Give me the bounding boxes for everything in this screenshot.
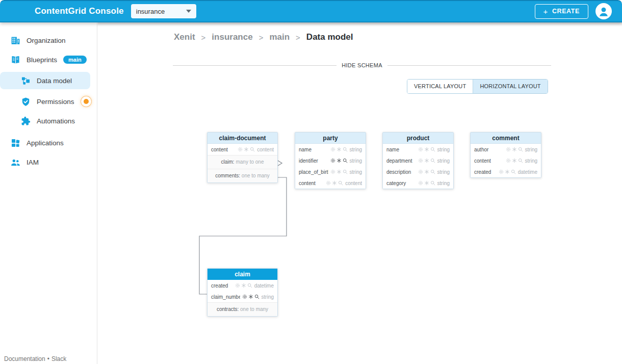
attribute-flags: [506, 158, 523, 163]
fingerprint-icon: [330, 158, 335, 163]
attribute-flags: [418, 180, 435, 186]
sidebar: OrganizationBlueprintsmainData modelPerm…: [0, 22, 97, 364]
fingerprint-icon: [506, 147, 511, 152]
sidebar-item-blueprints[interactable]: Blueprintsmain: [0, 50, 97, 69]
search-icon: [518, 158, 523, 163]
sidebar-item-label: Data model: [37, 77, 72, 85]
fingerprint-icon: [238, 147, 243, 152]
sidebar-item-iam[interactable]: IAM: [0, 152, 97, 172]
attribute-type: string: [437, 180, 450, 186]
sidebar-item-label: Permissions: [37, 98, 74, 106]
sidebar-item-automations[interactable]: Automations: [0, 111, 97, 131]
attribute-row[interactable]: createddatetime: [208, 280, 277, 291]
fingerprint-icon: [330, 147, 335, 152]
search-icon: [247, 283, 252, 288]
attribute-flags: [238, 147, 255, 152]
attribute-name: description: [386, 169, 416, 175]
attribute-name: content: [211, 147, 236, 152]
entity-name[interactable]: party: [295, 133, 366, 144]
sidebar-footer: Documentation•Slack: [4, 355, 66, 362]
attribute-row[interactable]: place_of_birthstring: [295, 166, 366, 177]
entity-name[interactable]: claim-document: [208, 133, 277, 144]
search-icon: [343, 169, 348, 174]
attribute-row[interactable]: contentstring: [471, 155, 541, 166]
relation-connector: [98, 22, 622, 364]
branch-badge: main: [63, 56, 87, 64]
footer-link-documentation[interactable]: Documentation: [4, 355, 45, 362]
search-icon: [250, 147, 255, 152]
sidebar-item-label: Blueprints: [27, 56, 57, 64]
chevron-down-icon: [186, 10, 191, 13]
attribute-flags: [235, 283, 252, 288]
attribute-flags: [506, 147, 523, 152]
attribute-row[interactable]: contentcontent: [295, 177, 366, 189]
attribute-flags: [330, 158, 348, 163]
sidebar-item-permissions[interactable]: Permissions: [0, 92, 97, 111]
diagram-canvas[interactable]: claim-documentcontentcontentclaim: many …: [98, 22, 622, 364]
project-selector[interactable]: insurance: [131, 4, 196, 18]
relation-row[interactable]: contracts: one to many: [208, 302, 277, 316]
attribute-row[interactable]: identifierstring: [295, 155, 366, 166]
asterisk-icon: [424, 169, 429, 174]
attribute-row[interactable]: contentcontent: [208, 144, 277, 155]
attribute-row[interactable]: namestring: [295, 144, 366, 155]
entity-claim-document[interactable]: claim-documentcontentcontentclaim: many …: [207, 132, 278, 183]
footer-link-slack[interactable]: Slack: [51, 355, 66, 362]
attribute-row[interactable]: claim_numberstring: [208, 291, 277, 302]
attribute-row[interactable]: departmentstring: [383, 155, 453, 166]
attribute-name: identifier: [299, 158, 328, 164]
fingerprint-icon: [418, 180, 423, 186]
attribute-flags: [418, 169, 435, 174]
sidebar-nav: OrganizationBlueprintsmainData modelPerm…: [0, 31, 97, 172]
sidebar-item-label: Organization: [27, 37, 66, 44]
project-selector-value: insurance: [136, 8, 165, 15]
attribute-row[interactable]: authorstring: [471, 144, 541, 155]
attribute-name: created: [211, 283, 233, 289]
attribute-type: string: [437, 147, 450, 152]
sidebar-item-label: Automations: [37, 117, 75, 125]
create-button[interactable]: + CREATE: [535, 4, 588, 19]
asterisk-icon: [336, 169, 342, 174]
sidebar-item-data-model[interactable]: Data model: [0, 72, 90, 89]
attribute-row[interactable]: createddatetime: [471, 166, 541, 177]
attribute-type: string: [350, 169, 362, 175]
sidebar-item-organization[interactable]: Organization: [0, 31, 97, 50]
attribute-name: author: [474, 147, 504, 152]
attribute-flags: [499, 169, 516, 174]
shield-check-icon: [20, 96, 31, 107]
entity-product[interactable]: productnamestringdepartmentstringdescrip…: [382, 132, 454, 189]
person-icon: [597, 5, 610, 18]
relation-row[interactable]: comments: one to many: [208, 169, 277, 183]
search-icon: [338, 180, 343, 186]
attribute-name: claim_number: [211, 294, 240, 300]
asterisk-icon: [512, 158, 517, 163]
asterisk-icon: [336, 147, 342, 152]
attribute-name: name: [299, 147, 328, 152]
entity-claim[interactable]: claimcreateddatetimeclaim_numberstringco…: [207, 268, 278, 317]
asterisk-icon: [424, 158, 429, 163]
attribute-name: place_of_birth: [299, 169, 328, 175]
attribute-row[interactable]: categorystring: [383, 177, 453, 189]
entity-party[interactable]: partynamestringidentifierstringplace_of_…: [295, 132, 366, 189]
search-icon: [430, 147, 435, 152]
fingerprint-icon: [499, 169, 504, 174]
attribute-flags: [330, 147, 348, 152]
attribute-type: string: [437, 169, 450, 175]
blocks-icon: [10, 138, 20, 148]
entity-comment[interactable]: commentauthorstringcontentstringcreatedd…: [470, 132, 541, 178]
attribute-flags: [242, 294, 260, 299]
user-avatar[interactable]: [595, 3, 612, 19]
attribute-row[interactable]: descriptionstring: [383, 166, 453, 177]
asterisk-icon: [244, 147, 249, 152]
attribute-row[interactable]: namestring: [383, 144, 453, 155]
relation-row[interactable]: claim: many to one: [208, 155, 277, 169]
entity-name[interactable]: claim: [208, 269, 277, 280]
fingerprint-icon: [235, 283, 240, 288]
entity-name[interactable]: comment: [471, 133, 541, 144]
sidebar-item-applications[interactable]: Applications: [0, 133, 97, 152]
asterisk-icon: [241, 283, 246, 288]
search-icon: [254, 294, 260, 299]
entity-name[interactable]: product: [383, 133, 453, 144]
relation-name: contracts:: [217, 306, 239, 312]
attribute-name: created: [474, 169, 497, 175]
